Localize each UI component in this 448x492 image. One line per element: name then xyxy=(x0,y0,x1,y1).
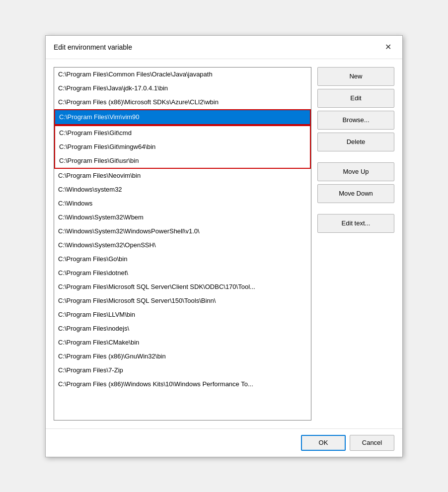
list-item[interactable]: C:\Program Files\Neovim\bin xyxy=(54,169,311,183)
edit-env-var-dialog: Edit environment variable ✕ C:\Program F… xyxy=(45,35,403,457)
move-down-button[interactable]: Move Down xyxy=(317,184,394,203)
list-item[interactable]: C:\Program Files (x86)\Windows Kits\10\W… xyxy=(54,377,311,391)
list-item[interactable]: C:\Program Files\Microsoft SQL Server\15… xyxy=(54,294,311,308)
dialog-title: Edit environment variable xyxy=(54,43,132,51)
spacer1 xyxy=(317,154,394,159)
list-item[interactable]: C:\Windows\System32\Wbem xyxy=(54,211,311,224)
list-item[interactable]: C:\Program Files\Git\cmd xyxy=(55,126,310,140)
list-item[interactable]: C:\Program Files\LLVM\bin xyxy=(54,308,311,322)
list-item[interactable]: C:\Program Files\dotnet\ xyxy=(54,266,311,280)
edit-button[interactable]: Edit xyxy=(317,89,394,108)
list-item[interactable]: C:\Program Files\Microsoft SQL Server\Cl… xyxy=(54,280,311,294)
dialog-body: C:\Program Files\Common Files\Oracle\Jav… xyxy=(46,59,402,428)
list-item[interactable]: C:\Program Files\Git\mingw64\bin xyxy=(55,140,310,154)
list-item[interactable]: C:\Program Files\Java\jdk-17.0.4.1\bin xyxy=(54,81,311,95)
dialog-footer: OK Cancel xyxy=(46,428,402,457)
list-item[interactable]: C:\Windows\system32 xyxy=(54,183,311,197)
list-item[interactable]: C:\Windows\System32\OpenSSH\ xyxy=(54,238,311,252)
env-var-list[interactable]: C:\Program Files\Common Files\Oracle\Jav… xyxy=(54,67,311,421)
list-item[interactable]: C:\Program Files\CMake\bin xyxy=(54,336,311,350)
list-item[interactable]: C:\Windows xyxy=(54,197,311,211)
list-item[interactable]: C:\Program Files\Common Files\Oracle\Jav… xyxy=(54,68,311,81)
spacer2 xyxy=(317,206,394,211)
ok-button[interactable]: OK xyxy=(301,435,346,451)
cancel-button[interactable]: Cancel xyxy=(350,435,394,451)
title-bar: Edit environment variable ✕ xyxy=(46,36,402,59)
list-item[interactable]: C:\Program Files (x86)\Microsoft SDKs\Az… xyxy=(54,95,311,109)
list-item[interactable]: C:\Program Files\7-Zip xyxy=(54,363,311,377)
new-button[interactable]: New xyxy=(317,67,394,86)
list-item[interactable]: C:\Program Files\nodejs\ xyxy=(54,322,311,336)
list-item[interactable]: C:\Program Files\Git\usr\bin xyxy=(55,154,310,168)
buttons-panel: New Edit Browse... Delete Move Up Move D… xyxy=(317,67,394,421)
list-item[interactable]: C:\Program Files\Go\bin xyxy=(54,252,311,266)
red-box-group: C:\Program Files\Git\cmdC:\Program Files… xyxy=(54,125,311,169)
close-button[interactable]: ✕ xyxy=(381,41,394,54)
browse-button[interactable]: Browse... xyxy=(317,111,394,130)
list-item[interactable]: C:\Program Files (x86)\GnuWin32\bin xyxy=(54,350,311,363)
edit-text-button[interactable]: Edit text... xyxy=(317,214,394,233)
delete-button[interactable]: Delete xyxy=(317,133,394,151)
list-item[interactable]: C:\Program Files\Vim\vim90 xyxy=(55,110,310,124)
list-item[interactable]: C:\Windows\System32\WindowsPowerShell\v1… xyxy=(54,224,311,238)
move-up-button[interactable]: Move Up xyxy=(317,162,394,181)
